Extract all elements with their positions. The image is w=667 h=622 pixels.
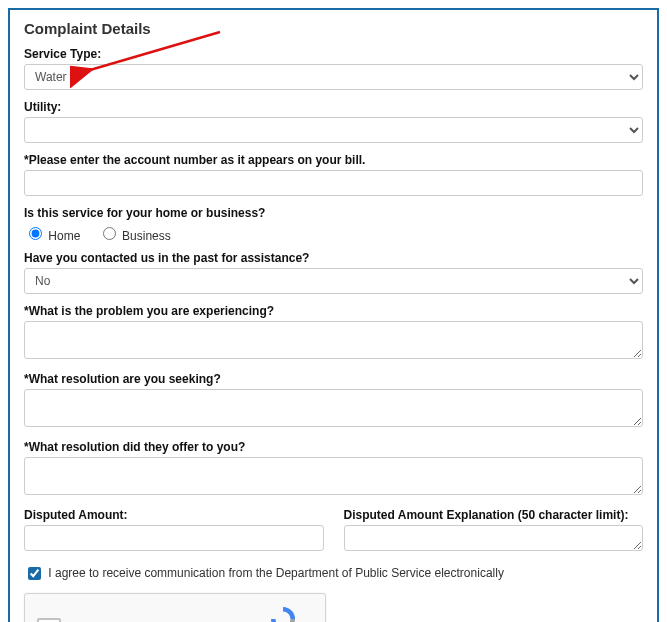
service-type-select[interactable]: Water xyxy=(24,64,643,90)
resolution-seeking-textarea[interactable] xyxy=(24,389,643,427)
home-radio-label[interactable]: Home xyxy=(24,229,84,243)
consent-checkbox[interactable] xyxy=(28,567,41,580)
business-radio[interactable] xyxy=(103,227,116,240)
home-business-label: Is this service for your home or busines… xyxy=(24,206,643,220)
utility-select[interactable] xyxy=(24,117,643,143)
resolution-offered-textarea[interactable] xyxy=(24,457,643,495)
complaint-details-panel: Complaint Details Service Type: Water Ut… xyxy=(8,8,659,622)
disputed-explanation-textarea[interactable] xyxy=(344,525,644,551)
problem-textarea[interactable] xyxy=(24,321,643,359)
past-contact-select[interactable]: No xyxy=(24,268,643,294)
resolution-offered-label: *What resolution did they offer to you? xyxy=(24,440,643,454)
disputed-explanation-label: Disputed Amount Explanation (50 characte… xyxy=(344,508,644,522)
account-number-input[interactable] xyxy=(24,170,643,196)
service-type-label: Service Type: xyxy=(24,47,643,61)
home-radio-text: Home xyxy=(48,229,80,243)
recaptcha-icon xyxy=(268,604,298,622)
disputed-amount-label: Disputed Amount: xyxy=(24,508,324,522)
recaptcha-checkbox[interactable] xyxy=(37,618,61,622)
business-radio-text: Business xyxy=(122,229,171,243)
consent-row: I agree to receive communication from th… xyxy=(24,564,643,583)
recaptcha-widget[interactable]: I'm not a robot reCAPTCHA Privacy - Term… xyxy=(24,593,326,622)
resolution-seeking-label: *What resolution are you seeking? xyxy=(24,372,643,386)
problem-label: *What is the problem you are experiencin… xyxy=(24,304,643,318)
consent-label: I agree to receive communication from th… xyxy=(48,566,504,580)
recaptcha-badge: reCAPTCHA Privacy - Terms xyxy=(253,604,313,622)
disputed-amount-input[interactable] xyxy=(24,525,324,551)
home-radio[interactable] xyxy=(29,227,42,240)
account-number-label: *Please enter the account number as it a… xyxy=(24,153,643,167)
past-contact-label: Have you contacted us in the past for as… xyxy=(24,251,643,265)
utility-label: Utility: xyxy=(24,100,643,114)
panel-title: Complaint Details xyxy=(24,20,643,37)
business-radio-label[interactable]: Business xyxy=(98,229,171,243)
